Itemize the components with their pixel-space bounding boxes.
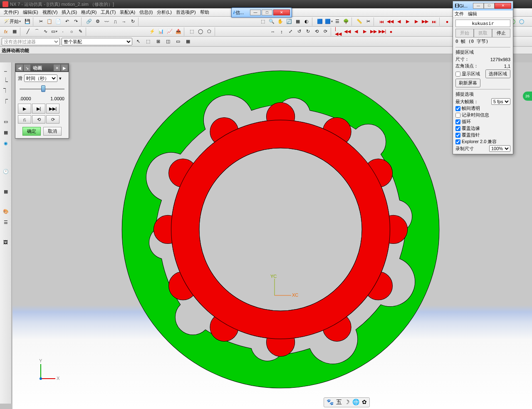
measure-icon[interactable]: 📏 (355, 17, 364, 26)
ime-icon-1[interactable]: 🐾 (327, 399, 334, 406)
animation-titlebar[interactable]: ◀ ↘ 动画 ✕ ▶ (15, 64, 69, 72)
save-icon[interactable]: 💾 (23, 17, 32, 26)
point-icon[interactable]: · (59, 27, 67, 36)
sel-icon2[interactable]: ⬚ (144, 37, 152, 46)
info-min-icon[interactable]: — (250, 10, 261, 15)
filter-select[interactable]: 没有选择过滤器 (2, 38, 60, 45)
results-icon[interactable]: 📊 (157, 27, 165, 36)
tool-link-icon[interactable]: 🔗 (85, 17, 93, 26)
axis-x-icon[interactable]: ↔ (269, 27, 277, 36)
info-window[interactable]: i 信... — □ ✕ (231, 7, 292, 17)
select-rect-icon[interactable]: ⬚ (188, 27, 196, 36)
view-fit-icon[interactable]: ⬚ (259, 17, 267, 26)
ctrl-first-icon[interactable]: |◀◀ (334, 27, 343, 36)
vbtn-7-icon[interactable]: ◉ (1, 138, 11, 148)
menu-help[interactable]: 帮助 (198, 8, 211, 16)
anim-mode-dd-icon[interactable]: ▾ (59, 76, 62, 81)
ctrl-rec-icon[interactable]: ● (387, 27, 395, 36)
tool-force-icon[interactable]: → (120, 17, 128, 26)
sel-icon4[interactable]: ◫ (164, 37, 172, 46)
play-step-fwd-icon[interactable]: ▶ (412, 17, 421, 26)
gif-loop-check[interactable] (455, 119, 460, 124)
gif-explorer-check[interactable] (455, 139, 460, 144)
cube-dd-icon[interactable]: 🟦 (324, 17, 333, 26)
anim-opt2-icon[interactable]: ⟲ (32, 115, 45, 124)
anim-opt1-icon[interactable]: ⎌ (18, 115, 31, 124)
gif-fps-select[interactable]: 5 fps (491, 98, 510, 105)
ime-icon-2[interactable]: 五 (336, 399, 342, 406)
solve-icon[interactable]: ⚡ (148, 27, 156, 36)
sel-icon6[interactable]: ▦ (184, 37, 192, 46)
gif-transparent-check[interactable] (455, 106, 460, 111)
gif-titlebar[interactable]: 🎞 Gi... — □ ✕ (453, 1, 513, 10)
ring-blue-icon[interactable]: ◯ (517, 17, 526, 26)
gif-timeinfo-check[interactable] (455, 113, 460, 118)
view-zoom-icon[interactable]: 🔍 (267, 17, 276, 26)
vbtn-4-icon[interactable]: ⎾ (1, 97, 11, 107)
vbtn-6-icon[interactable]: ▦ (1, 127, 11, 137)
anim-cancel-button[interactable]: 取消 (43, 127, 62, 136)
vbtn-img-icon[interactable]: 🖼 (1, 237, 11, 247)
line-icon[interactable]: ╱ (24, 27, 32, 36)
vbtn-palette-icon[interactable]: 🎨 (1, 206, 11, 216)
curve-icon[interactable]: ∿ (41, 27, 49, 36)
menu-analyze[interactable]: 分析(L) (155, 8, 173, 16)
anim-nav-next-icon[interactable]: ▶ (61, 64, 68, 71)
notification-badge[interactable]: 26 (523, 92, 532, 101)
tool-paste-icon[interactable]: 📄 (54, 17, 62, 26)
menu-view[interactable]: 视图(V) (40, 8, 60, 16)
ctrl-fwd-icon[interactable]: ▶▶ (369, 27, 378, 36)
gif-edge-check[interactable] (455, 126, 460, 131)
rot-right-icon[interactable]: ↻ (304, 27, 312, 36)
view-rotate-icon[interactable]: 🔄 (285, 17, 293, 26)
play-play-icon[interactable]: ▶ (403, 17, 412, 26)
gif-showarea-check[interactable] (455, 72, 460, 77)
tool-copy-icon[interactable]: 📋 (45, 17, 54, 26)
ctrl-back-icon[interactable]: ◀ (352, 27, 360, 36)
ctrl-play-icon[interactable]: ▶ (361, 27, 369, 36)
shape-dd-icon[interactable]: ▭ (50, 27, 58, 36)
info-max-icon[interactable]: □ (262, 10, 272, 15)
arc-icon[interactable]: ⌒ (32, 27, 41, 36)
tool-undo-icon[interactable]: ↶ (63, 17, 71, 26)
select-lasso-icon[interactable]: ◯ (196, 27, 205, 36)
gif-max-icon[interactable]: □ (484, 3, 495, 9)
gif-name-input[interactable] (455, 20, 510, 27)
rot-left-icon[interactable]: ↺ (295, 27, 303, 36)
gif-tab-capture[interactable]: 抓取 (474, 29, 492, 37)
vbtn-2-icon[interactable]: ⎿ (1, 75, 11, 85)
ime-icon-4[interactable]: 🌐 (352, 399, 359, 406)
vbtn-grid-icon[interactable]: ▦ (1, 186, 11, 196)
sel-icon3[interactable]: ⊞ (154, 37, 162, 46)
play-end-icon[interactable]: ⏭ (430, 17, 438, 26)
section-icon[interactable]: ✂ (364, 17, 372, 26)
anim-mode-select[interactable]: 时间（秒） (24, 74, 57, 82)
anim-ok-button[interactable]: 确定 (22, 127, 41, 136)
gif-tab-start[interactable]: 开始 (455, 29, 474, 37)
view-wireframe-icon[interactable]: ▦ (294, 17, 302, 26)
ime-icon-3[interactable]: ☽ (344, 399, 350, 406)
edit-icon[interactable]: ✎ (76, 27, 84, 36)
ime-status-bar[interactable]: 🐾 五 ☽ 🌐 ✿ (324, 397, 370, 407)
view-pan-icon[interactable]: ✋ (276, 17, 285, 26)
menu-insert[interactable]: 插入(S) (59, 8, 79, 16)
sel-icon1[interactable]: ↖ (134, 37, 142, 46)
gif-refresh-button[interactable]: 刷新屏幕 (455, 79, 480, 87)
sel-icon5[interactable]: ▭ (174, 37, 182, 46)
scope-select[interactable]: 整个装配 (62, 38, 132, 45)
axis-y-icon[interactable]: ↕ (277, 27, 286, 36)
tool-redo-icon[interactable]: ↷ (72, 17, 80, 26)
anim-end-icon[interactable]: ▶▶| (46, 104, 59, 114)
anim-close-icon[interactable]: ✕ (54, 64, 60, 71)
play-prev-icon[interactable]: ⏮ (377, 17, 386, 26)
vbtn-5-icon[interactable]: ▭ (1, 117, 11, 126)
gif-recsize-select[interactable]: 100% (489, 145, 510, 152)
ime-icon-5[interactable]: ✿ (362, 399, 367, 406)
graph-icon[interactable]: 📈 (166, 27, 174, 36)
tool-damper-icon[interactable]: ⎍ (111, 17, 119, 26)
gif-cursor-check[interactable] (455, 133, 460, 138)
view-shaded-icon[interactable]: ◐ (302, 17, 311, 26)
anim-slider[interactable] (20, 85, 64, 93)
gif-menu-edit[interactable]: 编辑 (468, 11, 477, 17)
fx-icon[interactable]: fx (2, 27, 10, 36)
